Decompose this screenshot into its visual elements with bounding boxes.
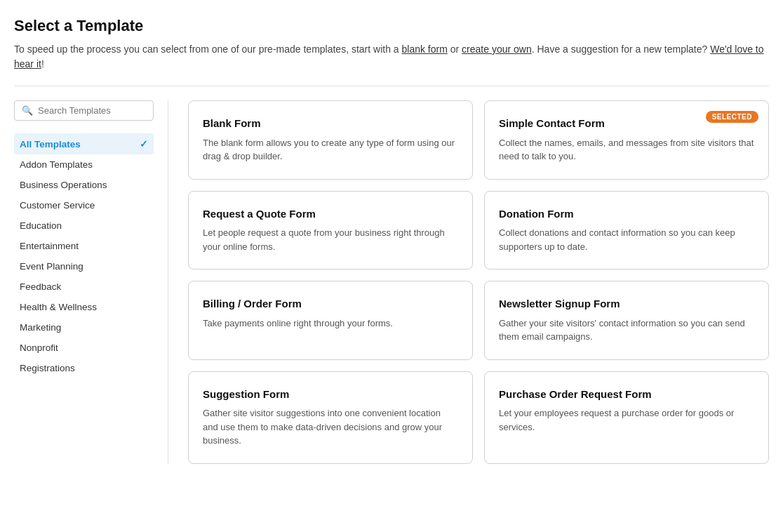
template-card-desc: Gather your site visitors' contact infor… [499,317,754,344]
search-icon: 🔍 [22,105,33,116]
sidebar-item-label: Addon Templates [20,159,93,170]
sidebar-item-label: Nonprofit [20,343,58,353]
create-own-link[interactable]: create your own [462,44,532,55]
template-card-request-quote-form[interactable]: Request a Quote Form Let people request … [188,191,473,270]
search-input[interactable] [38,105,146,116]
check-icon: ✓ [140,138,148,149]
content-area: Blank Form The blank form allows you to … [168,100,769,464]
template-card-desc: The blank form allows you to create any … [203,136,458,164]
template-card-desc: Let people request a quote from your bus… [203,226,458,253]
subtitle-text-before: To speed up the process you can select f… [14,44,402,55]
sidebar-item-registrations[interactable]: Registrations [14,358,154,378]
sidebar-item-label: Feedback [20,281,61,292]
sidebar-item-feedback[interactable]: Feedback [14,277,154,297]
template-card-title: Purchase Order Request Form [499,387,754,401]
template-card-desc: Let your employees request a purchase or… [499,406,754,434]
sidebar-item-label: Entertainment [20,241,79,251]
sidebar-item-event-planning[interactable]: Event Planning [14,256,154,277]
sidebar-item-label: Marketing [20,322,61,333]
sidebar-item-label: Education [20,220,62,231]
selected-badge: SELECTED [706,111,758,123]
page-title: Select a Template [14,17,769,35]
sidebar-item-label: Customer Service [20,200,95,211]
sidebar-item-education[interactable]: Education [14,215,154,236]
main-layout: 🔍 All Templates ✓ Addon Templates Busine… [14,100,769,464]
template-card-title: Billing / Order Form [203,297,458,311]
sidebar-item-health-wellness[interactable]: Health & Wellness [14,297,154,317]
template-card-billing-order-form[interactable]: Billing / Order Form Take payments onlin… [188,281,473,360]
sidebar: 🔍 All Templates ✓ Addon Templates Busine… [14,100,168,464]
subtitle-text-after: . Have a suggestion for a new template? [532,44,710,55]
template-card-title: Request a Quote Form [203,207,458,221]
sidebar-item-nonprofit[interactable]: Nonprofit [14,338,154,358]
sidebar-item-label: Health & Wellness [20,302,97,312]
sidebar-item-marketing[interactable]: Marketing [14,317,154,338]
template-card-title: Blank Form [203,117,458,131]
section-divider [14,86,769,86]
sidebar-item-all-templates[interactable]: All Templates ✓ [14,133,154,154]
sidebar-item-addon-templates[interactable]: Addon Templates [14,154,154,175]
template-card-simple-contact-form[interactable]: SELECTED Simple Contact Form Collect the… [484,100,769,180]
sidebar-item-label: All Templates [20,139,81,149]
blank-form-link[interactable]: blank form [402,44,448,55]
template-card-suggestion-form[interactable]: Suggestion Form Gather site visitor sugg… [188,371,473,464]
templates-grid: Blank Form The blank form allows you to … [188,100,769,464]
template-card-desc: Gather site visitor suggestions into one… [203,406,458,448]
template-card-desc: Take payments online right through your … [203,317,458,331]
sidebar-nav: All Templates ✓ Addon Templates Business… [14,133,154,378]
template-card-blank-form[interactable]: Blank Form The blank form allows you to … [188,100,473,180]
page-subtitle: To speed up the process you can select f… [14,42,769,72]
template-card-desc: Collect donations and contact informatio… [499,226,754,253]
sidebar-item-label: Registrations [20,363,75,373]
template-card-newsletter-signup-form[interactable]: Newsletter Signup Form Gather your site … [484,281,769,360]
template-card-title: Newsletter Signup Form [499,297,754,311]
template-card-donation-form[interactable]: Donation Form Collect donations and cont… [484,191,769,270]
subtitle-text-middle: or [448,44,462,55]
sidebar-item-entertainment[interactable]: Entertainment [14,236,154,256]
sidebar-item-customer-service[interactable]: Customer Service [14,195,154,215]
subtitle-text-end: ! [41,58,44,69]
template-card-title: Donation Form [499,207,754,221]
sidebar-item-label: Business Operations [20,180,107,190]
template-card-purchase-order-request-form[interactable]: Purchase Order Request Form Let your emp… [484,371,769,464]
template-card-title: Suggestion Form [203,387,458,401]
sidebar-item-label: Event Planning [20,261,83,272]
template-card-desc: Collect the names, emails, and messages … [499,136,754,164]
search-box[interactable]: 🔍 [14,100,154,121]
sidebar-item-business-operations[interactable]: Business Operations [14,175,154,195]
